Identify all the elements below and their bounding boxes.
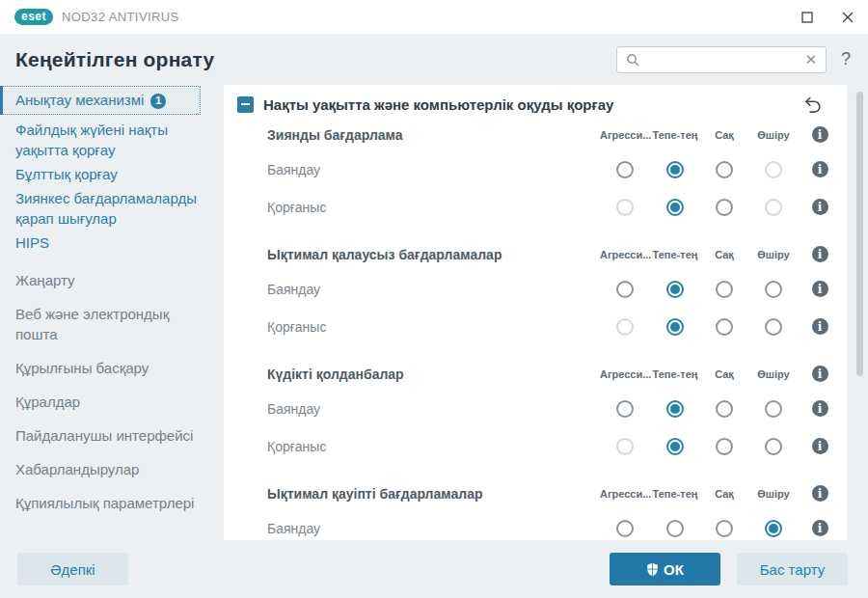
sidebar-item-1[interactable]: Файлдық жүйені нақты уақытта қорғау (0, 118, 220, 162)
help-button[interactable]: ? (841, 49, 851, 69)
column-label-balanced: Тепе-тең (650, 488, 700, 500)
ok-button[interactable]: ОК (610, 553, 720, 585)
sidebar-item-label: Құрылғыны басқару (15, 360, 149, 376)
info-icon[interactable]: i (812, 520, 828, 536)
radio-off[interactable] (765, 400, 782, 418)
radio-aggressive (616, 438, 634, 455)
sidebar-item-label: Құпиялылық параметрлері (15, 495, 194, 511)
sidebar-item-label: Анықтау механизмі (15, 92, 144, 108)
setting-row: Баяндауi (224, 150, 847, 188)
row-label: Баяндау (267, 282, 600, 297)
radio-off[interactable] (765, 520, 782, 537)
column-label-balanced: Тепе-тең (650, 368, 700, 380)
close-icon[interactable] (841, 11, 854, 24)
footer-right: ОК Бас тарту (610, 553, 848, 585)
sidebar-item-5[interactable]: Жаңарту (0, 270, 220, 290)
section-header: Зиянды бағдарламаАгресси...Тепе-теңСақӨш… (224, 119, 847, 150)
radio-cautious[interactable] (716, 438, 733, 455)
footer: Әдепкі ОК Бас тарту (0, 540, 868, 598)
info-icon[interactable]: i (812, 318, 828, 335)
sidebar-item-label: HIPS (15, 234, 49, 251)
radio-balanced[interactable] (666, 400, 684, 418)
radio-cautious[interactable] (716, 199, 733, 216)
search-input[interactable] (645, 51, 799, 68)
info-icon[interactable]: i (812, 246, 828, 262)
column-label-balanced: Тепе-тең (650, 129, 700, 141)
sidebar-item-label: Бұлттық қорғау (15, 166, 118, 182)
undo-icon[interactable] (803, 95, 822, 114)
column-label-aggressive: Агресси... (600, 249, 650, 260)
radio-cautious[interactable] (716, 400, 733, 418)
sidebar-item-11[interactable]: Құпиялылық параметрлері (0, 493, 220, 513)
radio-aggressive[interactable] (616, 281, 634, 298)
sidebar-item-8[interactable]: Құралдар (0, 392, 220, 412)
sidebar-item-label: Хабарландырулар (15, 461, 139, 477)
row-label: Баяндау (267, 521, 600, 536)
column-label-cautious: Сақ (700, 129, 748, 141)
info-icon[interactable]: i (812, 438, 828, 454)
section-header: Күдікті қолданбаларАгресси...Тепе-теңСақ… (224, 358, 847, 390)
row-label: Баяндау (267, 162, 600, 177)
section-title: Ықтимал қалаусыз бағдарламалар (267, 247, 600, 262)
maximize-button[interactable] (800, 11, 814, 24)
section-title: Зиянды бағдарлама (267, 127, 600, 143)
default-button[interactable]: Әдепкі (17, 553, 128, 585)
scrollbar-thumb[interactable] (856, 92, 863, 376)
sidebar-item-label: Файлдық жүйені нақты уақытта қорғау (15, 122, 168, 158)
cancel-button[interactable]: Бас тарту (737, 553, 848, 585)
radio-cautious[interactable] (716, 520, 733, 537)
radio-aggressive[interactable] (616, 520, 634, 537)
sidebar-item-7[interactable]: Құрылғыны басқару (0, 358, 220, 378)
section-0: Зиянды бағдарламаАгресси...Тепе-теңСақӨш… (224, 119, 847, 226)
sidebar-item-10[interactable]: Хабарландырулар (0, 459, 220, 479)
sidebar-item-2[interactable]: Бұлттық қорғау (0, 162, 220, 186)
sidebar-item-9[interactable]: Пайдаланушы интерфейсі (0, 425, 220, 446)
radio-balanced[interactable] (666, 199, 684, 216)
eset-logo: eset (14, 9, 53, 25)
radio-aggressive (616, 318, 634, 336)
setting-row: Баяндауi (224, 509, 847, 540)
info-icon[interactable]: i (812, 400, 828, 417)
titlebar: eset NOD32 ANTIVIRUS (0, 0, 868, 34)
radio-off[interactable] (765, 318, 782, 336)
radio-off[interactable] (765, 281, 782, 298)
radio-balanced[interactable] (666, 438, 684, 455)
sidebar-item-6[interactable]: Веб және электрондық пошта (0, 304, 220, 344)
radio-aggressive[interactable] (616, 400, 634, 418)
setting-row: Қорғанысi (224, 188, 847, 226)
info-icon[interactable]: i (812, 199, 828, 215)
radio-cautious[interactable] (716, 318, 733, 336)
search-box[interactable]: ✕ (616, 46, 827, 73)
sidebar-item-3[interactable]: Зиянкес бағдарламаларды қарап шығулар (0, 186, 220, 231)
row-label: Қорғаныс (267, 200, 600, 215)
header: Кеңейтілген орнату ✕ ? (0, 34, 868, 85)
sidebar-item-label: Пайдаланушы интерфейсі (15, 427, 193, 444)
collapse-icon[interactable] (237, 96, 254, 113)
radio-balanced[interactable] (666, 281, 684, 298)
radio-cautious[interactable] (716, 281, 733, 298)
product-name: NOD32 ANTIVIRUS (62, 10, 179, 24)
sidebar-item-0[interactable]: Анықтау механизмі1 (0, 86, 201, 115)
info-icon[interactable]: i (812, 161, 828, 177)
column-label-off: Өшіру (748, 368, 799, 380)
radio-cautious[interactable] (716, 161, 733, 178)
radio-balanced[interactable] (666, 318, 684, 336)
column-label-off: Өшіру (748, 249, 799, 260)
panel-title: Нақты уақытта және компьютерлік оқуды қо… (263, 96, 803, 113)
info-icon[interactable]: i (812, 281, 828, 297)
search-clear-icon[interactable]: ✕ (804, 52, 817, 67)
info-icon[interactable]: i (812, 485, 828, 502)
sidebar: Анықтау механизмі1Файлдық жүйені нақты у… (0, 86, 220, 527)
sidebar-item-4[interactable]: HIPS (0, 231, 220, 255)
column-label-cautious: Сақ (700, 488, 748, 500)
radio-off[interactable] (765, 438, 782, 455)
radio-aggressive[interactable] (616, 161, 634, 178)
column-label-aggressive: Агресси... (600, 488, 650, 500)
radio-balanced[interactable] (666, 520, 684, 537)
info-icon[interactable]: i (812, 126, 828, 143)
info-icon[interactable]: i (812, 366, 828, 382)
radio-balanced[interactable] (666, 161, 684, 178)
column-label-off: Өшіру (748, 129, 799, 141)
column-label-aggressive: Агресси... (600, 368, 650, 380)
page-title: Кеңейтілген орнату (15, 48, 214, 71)
